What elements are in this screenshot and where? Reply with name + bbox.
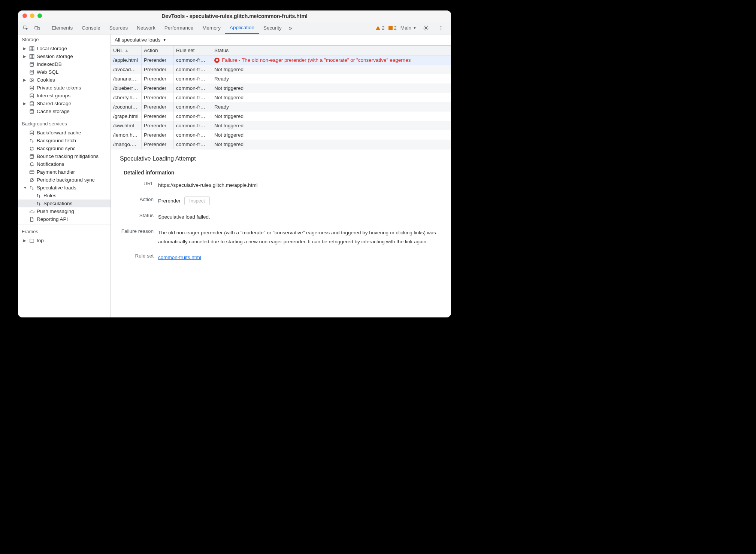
- cell-ruleset: common-fr…: [174, 112, 212, 121]
- detail-value-failure: The old non-eager prerender (with a "mod…: [158, 228, 442, 247]
- sort-arrow-icon: ▲: [125, 48, 128, 52]
- errors-badge[interactable]: 2: [388, 25, 397, 31]
- cell-ruleset: common-fr…: [174, 140, 212, 149]
- sidebar-item-cookies[interactable]: ▶Cookies: [18, 76, 111, 84]
- cell-status: Ready: [212, 102, 451, 112]
- tab-sources[interactable]: Sources: [105, 22, 133, 34]
- detail-label-failure: Failure reason: [120, 228, 158, 247]
- sidebar-item-shared-storage[interactable]: ▶Shared storage: [18, 100, 111, 107]
- warnings-badge[interactable]: 2: [376, 25, 384, 31]
- sidebar-item-reporting-api[interactable]: Reporting API: [18, 215, 111, 223]
- cell-ruleset: common-fr…: [174, 83, 212, 93]
- tree-icon: [29, 54, 34, 59]
- table-row[interactable]: /avocad…Prerendercommon-fr…Not triggered: [111, 65, 451, 74]
- detail-value-action: PrerenderInspect: [158, 197, 442, 206]
- close-dot[interactable]: [22, 13, 27, 18]
- table-row[interactable]: /grape.htmlPrerendercommon-fr…Not trigge…: [111, 112, 451, 121]
- settings-icon[interactable]: [420, 25, 432, 31]
- cell-ruleset: common-fr…: [174, 65, 212, 74]
- table-row[interactable]: /lemon.h…Prerendercommon-fr…Not triggere…: [111, 130, 451, 140]
- sidebar-item-back-forward-cache[interactable]: Back/forward cache: [18, 129, 111, 137]
- target-selector[interactable]: Main▼: [400, 25, 417, 31]
- tab-memory[interactable]: Memory: [198, 22, 225, 34]
- sidebar-item-cache-storage[interactable]: Cache storage: [18, 107, 111, 115]
- cell-ruleset: common-fr…: [174, 130, 212, 140]
- sidebar-item-speculative-loads[interactable]: ▼Speculative loads: [18, 184, 111, 192]
- cell-status: Failure - The old non-eager prerender (w…: [222, 57, 411, 63]
- sidebar-item-background-fetch[interactable]: Background fetch: [18, 137, 111, 144]
- col-header-status[interactable]: Status: [212, 46, 451, 55]
- traffic-lights: [22, 13, 42, 18]
- inspect-button[interactable]: Inspect: [184, 197, 210, 205]
- table-row[interactable]: /apple.htmlPrerendercommon-fr…✕Failure -…: [111, 55, 451, 65]
- sidebar-item-payment-handler[interactable]: Payment handler: [18, 168, 111, 176]
- warning-icon: [376, 26, 380, 30]
- tree-icon: [29, 177, 34, 183]
- cell-status: Not triggered: [212, 83, 451, 93]
- zoom-dot[interactable]: [37, 13, 42, 18]
- cell-status: Not triggered: [212, 121, 451, 130]
- col-header-url[interactable]: URL▲: [111, 46, 142, 55]
- sidebar-item-label: Reporting API: [37, 216, 68, 222]
- cell-url: /apple.html: [111, 55, 142, 65]
- filter-dropdown[interactable]: All speculative loads▼: [115, 37, 166, 43]
- minimize-dot[interactable]: [30, 13, 34, 18]
- sidebar-item-speculations[interactable]: Speculations: [18, 200, 111, 207]
- tab-console[interactable]: Console: [77, 22, 105, 34]
- svg-point-23: [30, 86, 34, 87]
- sidebar-item-bounce-tracking-mitigations[interactable]: Bounce tracking mitigations: [18, 152, 111, 160]
- section-frames-title: Frames: [18, 226, 111, 237]
- tree-icon: [29, 209, 34, 214]
- tab-elements[interactable]: Elements: [47, 22, 77, 34]
- sidebar-item-label: Speculations: [43, 201, 72, 206]
- svg-point-4: [441, 26, 441, 27]
- tree-icon: [29, 62, 34, 67]
- table-row[interactable]: /kiwi.htmlPrerendercommon-fr…Not trigger…: [111, 121, 451, 130]
- tab-network[interactable]: Network: [132, 22, 160, 34]
- tree-icon: [29, 109, 34, 114]
- sidebar-item-label: Bounce tracking mitigations: [37, 153, 99, 159]
- tree-icon: [29, 101, 34, 106]
- tab-performance[interactable]: Performance: [160, 22, 198, 34]
- sidebar-item-top[interactable]: ▶top: [18, 237, 111, 244]
- tree-icon: [36, 201, 41, 206]
- sidebar-item-web-sql[interactable]: Web SQL: [18, 68, 111, 76]
- sidebar-item-local-storage[interactable]: ▶Local storage: [18, 45, 111, 52]
- tab-security[interactable]: Security: [259, 22, 286, 34]
- table-row[interactable]: /mango.…Prerendercommon-fr…Not triggered: [111, 140, 451, 149]
- table-row[interactable]: /banana.…Prerendercommon-fr…Ready: [111, 74, 451, 83]
- cell-action: Prerender: [142, 55, 174, 65]
- device-toolbar-icon[interactable]: [31, 25, 43, 31]
- tree-icon: [29, 77, 34, 83]
- tree-icon: [29, 93, 34, 98]
- section-bg-title: Background services: [18, 119, 111, 129]
- ruleset-link[interactable]: common-fruits.html: [158, 255, 201, 260]
- expand-icon: ▼: [23, 186, 27, 190]
- cell-url: /lemon.h…: [111, 130, 142, 140]
- more-tabs-chevron-icon[interactable]: »: [286, 25, 295, 31]
- sidebar-item-periodic-background-sync[interactable]: Periodic background sync: [18, 176, 111, 184]
- svg-rect-7: [30, 46, 34, 51]
- sidebar-item-label: Background fetch: [37, 138, 76, 143]
- inspect-element-icon[interactable]: [20, 25, 31, 31]
- col-header-ruleset[interactable]: Rule set: [174, 46, 212, 55]
- sidebar-item-push-messaging[interactable]: Push messaging: [18, 207, 111, 215]
- col-header-action[interactable]: Action: [142, 46, 174, 55]
- sidebar-item-session-storage[interactable]: ▶Session storage: [18, 52, 111, 60]
- sidebar-item-background-sync[interactable]: Background sync: [18, 144, 111, 152]
- sidebar-item-label: Interest groups: [37, 93, 70, 98]
- sidebar-item-private-state-tokens[interactable]: Private state tokens: [18, 84, 111, 92]
- kebab-menu-icon[interactable]: [435, 25, 447, 31]
- sidebar-item-indexeddb[interactable]: IndexedDB: [18, 60, 111, 68]
- detail-value-status: Speculative load failed.: [158, 213, 442, 222]
- cell-url: /mango.…: [111, 140, 142, 149]
- sidebar-item-rules[interactable]: Rules: [18, 192, 111, 200]
- table-row[interactable]: /blueberr…Prerendercommon-fr…Not trigger…: [111, 83, 451, 93]
- sidebar-item-interest-groups[interactable]: Interest groups: [18, 92, 111, 100]
- sidebar-item-notifications[interactable]: Notifications: [18, 160, 111, 168]
- cell-status: Not triggered: [212, 112, 451, 121]
- table-row[interactable]: /cherry.h…Prerendercommon-fr…Not trigger…: [111, 93, 451, 102]
- table-row[interactable]: /coconut…Prerendercommon-fr…Ready: [111, 102, 451, 112]
- cell-ruleset: common-fr…: [174, 74, 212, 83]
- tab-application[interactable]: Application: [225, 22, 259, 34]
